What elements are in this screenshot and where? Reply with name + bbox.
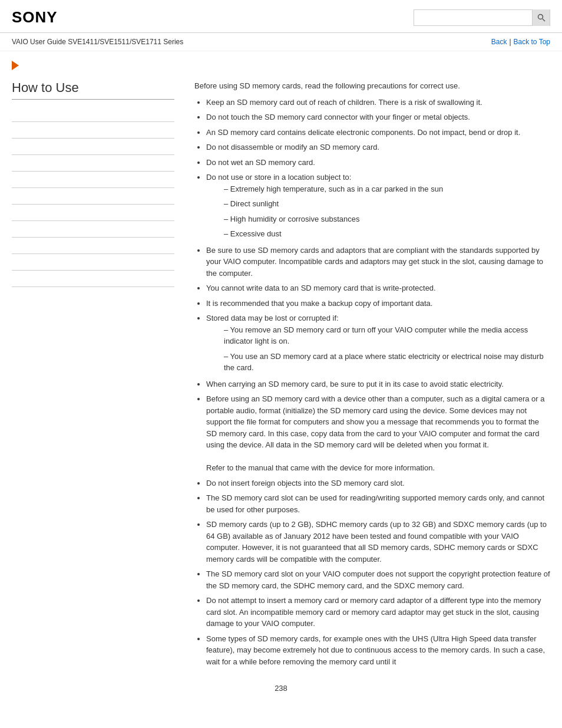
sony-logo: SONY — [12, 8, 58, 27]
list-item: Before using an SD memory card with a de… — [206, 393, 550, 474]
sidebar-title: How to Use — [12, 80, 174, 100]
content-intro: Before using SD memory cards, read the f… — [194, 80, 550, 92]
search-input[interactable] — [414, 10, 532, 25]
list-item: Some types of SD memory cards, for examp… — [206, 633, 550, 668]
breadcrumb-separator: | — [509, 38, 511, 46]
list-item: Do not insert foreign objects into the S… — [206, 477, 550, 489]
list-item[interactable] — [12, 172, 174, 188]
list-item[interactable] — [12, 155, 174, 172]
svg-point-0 — [538, 14, 543, 19]
list-item[interactable] — [12, 139, 174, 155]
sub-list-location: Extremely high temperature, such as in a… — [224, 183, 550, 240]
main-content: How to Use Before using SD memory cards,… — [0, 74, 562, 672]
list-item: The SD memory card slot can be used for … — [206, 492, 550, 515]
list-item: Direct sunlight — [224, 198, 550, 210]
list-item: An SD memory card contains delicate elec… — [206, 127, 550, 139]
breadcrumb-bar: VAIO User Guide SVE1411/SVE1511/SVE1711 … — [0, 33, 562, 51]
header: SONY — [0, 0, 562, 33]
list-item: It is recommended that you make a backup… — [206, 298, 550, 309]
refer-note: Refer to the manual that came with the d… — [206, 463, 435, 472]
main-list: Keep an SD memory card out of reach of c… — [206, 97, 550, 668]
list-item: When carrying an SD memory card, be sure… — [206, 378, 550, 390]
breadcrumb-nav: Back | Back to Top — [491, 38, 550, 46]
list-item: Excessive dust — [224, 228, 550, 240]
back-link[interactable]: Back — [491, 38, 507, 46]
list-item: Do not attempt to insert a memory card o… — [206, 595, 550, 630]
svg-line-1 — [543, 19, 545, 21]
search-icon — [537, 14, 546, 22]
back-to-top-link[interactable]: Back to Top — [514, 38, 550, 46]
list-item: SD memory cards (up to 2 GB), SDHC memor… — [206, 519, 550, 565]
list-item: You cannot write data to an SD memory ca… — [206, 282, 550, 294]
list-item: Do not disassemble or modify an SD memor… — [206, 141, 550, 153]
list-item: You use an SD memory card at a place whe… — [224, 351, 550, 374]
list-item: Keep an SD memory card out of reach of c… — [206, 97, 550, 108]
list-item: Do not use or store in a location subjec… — [206, 172, 550, 240]
sidebar-items — [12, 106, 174, 287]
list-item: Be sure to use SD memory cards and adapt… — [206, 245, 550, 279]
list-item[interactable] — [12, 188, 174, 205]
list-item: You remove an SD memory card or turn off… — [224, 324, 550, 347]
list-item: Extremely high temperature, such as in a… — [224, 183, 550, 195]
breadcrumb-title: VAIO User Guide SVE1411/SVE1511/SVE1711 … — [12, 38, 183, 46]
list-item[interactable] — [12, 254, 174, 271]
list-item: Do not touch the SD memory card connecto… — [206, 111, 550, 123]
page-number: 238 — [0, 672, 562, 699]
sidebar: How to Use — [12, 74, 189, 672]
list-item[interactable] — [12, 238, 174, 254]
list-item[interactable] — [12, 221, 174, 238]
list-item: Stored data may be lost or corrupted if:… — [206, 312, 550, 374]
chevron-right-icon — [12, 61, 19, 70]
content-area: Before using SD memory cards, read the f… — [189, 74, 550, 672]
search-container — [414, 9, 550, 26]
list-item[interactable] — [12, 205, 174, 221]
list-item[interactable] — [12, 271, 174, 287]
list-item: Do not wet an SD memory card. — [206, 157, 550, 169]
sub-list-stored: You remove an SD memory card or turn off… — [224, 324, 550, 374]
list-item: The SD memory card slot on your VAIO com… — [206, 568, 550, 591]
list-item: High humidity or corrosive substances — [224, 213, 550, 225]
chevron-area — [0, 51, 562, 74]
list-item[interactable] — [12, 106, 174, 122]
list-item[interactable] — [12, 122, 174, 139]
search-button[interactable] — [532, 9, 550, 26]
